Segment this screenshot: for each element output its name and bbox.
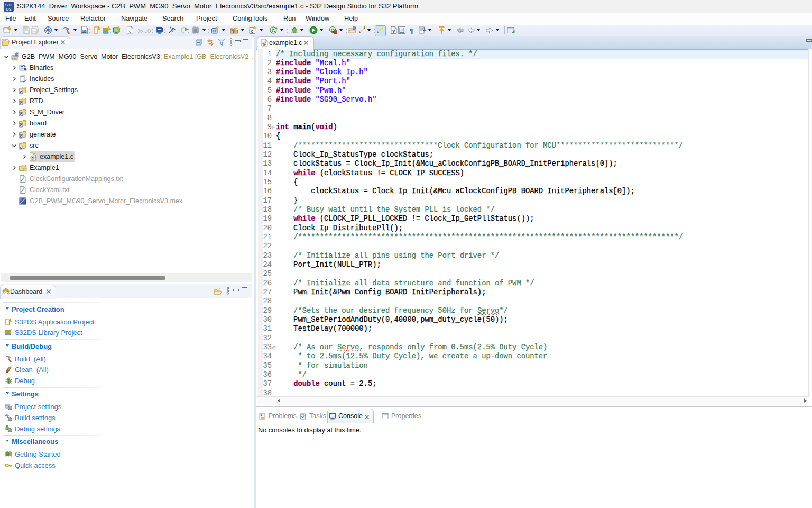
- svg-text:C: C: [213, 29, 216, 33]
- svg-text:C: C: [251, 29, 254, 34]
- svg-text:C: C: [16, 53, 19, 56]
- svg-text:G: G: [271, 28, 275, 33]
- svg-text:DS: DS: [6, 7, 11, 12]
- svg-text:c: c: [31, 156, 33, 160]
- svg-text:c: c: [263, 42, 265, 46]
- svg-text:010: 010: [82, 30, 87, 33]
- svg-text:¶: ¶: [409, 26, 413, 34]
- svg-text:c: c: [233, 30, 234, 33]
- svg-text:c: c: [129, 29, 131, 34]
